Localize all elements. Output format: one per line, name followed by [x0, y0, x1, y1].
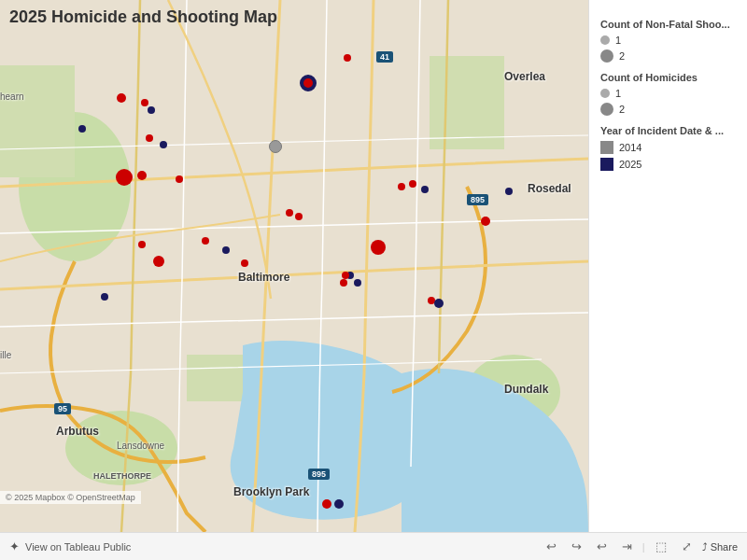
- incident-dot: [138, 241, 146, 248]
- homicide-legend-item-2: 2: [600, 103, 736, 116]
- year-2025-swatch: [600, 158, 613, 171]
- incident-dot: [354, 279, 361, 287]
- incident-dot: [153, 256, 164, 267]
- incident-dot: [202, 237, 209, 245]
- homicide-legend-title: Count of Homicides: [600, 72, 736, 83]
- incident-dot: [148, 106, 155, 114]
- tableau-icon: ✦: [9, 539, 20, 553]
- highway-895: 895: [467, 194, 488, 205]
- tableau-link-label: View on Tableau Public: [25, 541, 131, 553]
- toolbar: ✦ View on Tableau Public ↩ ↪ ↩ ⇥ | ⬚ ⤢ ⤴…: [0, 532, 747, 560]
- year-2025-label: 2025: [619, 159, 641, 170]
- map-copyright: © 2025 Mapbox © OpenStreetMap: [0, 491, 141, 504]
- redo-button[interactable]: ↪: [567, 538, 586, 555]
- download-button[interactable]: ⬚: [651, 538, 671, 555]
- year-2014-label: 2014: [619, 142, 641, 153]
- non-fatal-circle-lg: [600, 49, 613, 63]
- homicide-label-2: 2: [619, 104, 625, 115]
- incident-dot: [176, 175, 183, 183]
- incident-dot: [505, 188, 513, 195]
- incident-dot: [421, 186, 429, 193]
- forward-button[interactable]: ⇥: [617, 538, 637, 555]
- incident-dot: [146, 134, 153, 142]
- incident-dot: [141, 99, 148, 106]
- incident-dot: [434, 299, 444, 308]
- incident-dot: [344, 54, 351, 62]
- homicide-legend-item-1: 1: [600, 88, 736, 99]
- fullscreen-button[interactable]: ⤢: [677, 538, 697, 555]
- incident-dot: [160, 141, 167, 148]
- incident-dot: [300, 75, 317, 91]
- incident-dot: [117, 93, 126, 103]
- incident-dot: [78, 125, 86, 133]
- svg-rect-2: [0, 65, 75, 177]
- homicide-circle-lg: [600, 103, 613, 116]
- non-fatal-label-1: 1: [615, 35, 621, 46]
- incident-dot: [241, 259, 248, 267]
- non-fatal-circle-sm: [600, 35, 610, 45]
- incident-dot: [409, 180, 416, 188]
- incident-dot: [371, 240, 386, 255]
- highway-41: 41: [376, 51, 393, 63]
- homicide-label-1: 1: [615, 88, 621, 99]
- map-container: Baltimore Overlea Rosedal Arbutus Lansdo…: [0, 0, 588, 532]
- year-2025-item: 2025: [600, 158, 736, 171]
- incident-dot: [295, 213, 303, 220]
- tableau-link[interactable]: View on Tableau Public: [25, 541, 131, 553]
- svg-rect-6: [187, 355, 243, 401]
- incident-dot: [398, 183, 405, 190]
- incident-dot: [340, 279, 347, 287]
- non-fatal-legend-title: Count of Non-Fatal Shoo...: [600, 19, 736, 30]
- svg-rect-4: [430, 56, 504, 149]
- incident-dot: [116, 169, 133, 186]
- share-icon: ⤴: [702, 541, 708, 553]
- incident-dot: [269, 140, 282, 153]
- undo-button[interactable]: ↩: [542, 538, 561, 555]
- incident-dot: [222, 246, 230, 254]
- non-fatal-legend-item-2: 2: [600, 49, 736, 63]
- year-2014-swatch: [600, 141, 613, 154]
- share-label: Share: [711, 541, 738, 553]
- year-2014-item: 2014: [600, 141, 736, 154]
- year-legend-title: Year of Incident Date & ...: [600, 125, 736, 136]
- incident-dot: [137, 171, 147, 180]
- incident-dot: [101, 293, 108, 301]
- homicide-circle-sm: [600, 89, 610, 98]
- back-button[interactable]: ↩: [592, 538, 612, 555]
- highway-695: 895: [308, 469, 330, 480]
- incident-dot: [334, 499, 344, 509]
- incident-dot: [342, 272, 349, 279]
- map-title: 2025 Homicide and Shooting Map: [9, 7, 277, 27]
- non-fatal-legend-item-1: 1: [600, 35, 736, 46]
- incident-dot: [481, 217, 490, 226]
- non-fatal-label-2: 2: [619, 50, 625, 62]
- highway-95: 95: [54, 403, 71, 414]
- share-button[interactable]: ⤴ Share: [702, 541, 738, 553]
- legend-panel: Count of Non-Fatal Shoo... 1 2 Count of …: [588, 0, 747, 532]
- incident-dot: [286, 209, 293, 217]
- incident-dot: [322, 499, 331, 509]
